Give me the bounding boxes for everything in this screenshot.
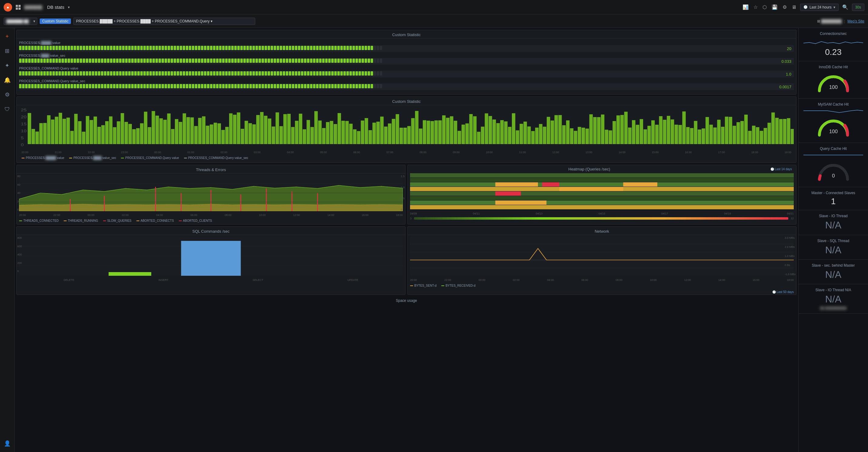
svg-rect-302 [207, 71, 210, 76]
svg-rect-609 [527, 126, 531, 144]
svg-rect-350 [352, 71, 355, 76]
svg-rect-561 [342, 121, 345, 144]
site-link[interactable]: Meo's Site [847, 19, 864, 23]
svg-rect-423 [210, 84, 213, 88]
svg-rect-458 [316, 84, 318, 88]
network-legend: BYTES_SENT-d BYTES_RECEIVED-d [408, 282, 796, 289]
sidebar-config[interactable]: ⚙ [2, 90, 12, 100]
svg-rect-1 [22, 46, 25, 50]
svg-rect-707 [410, 200, 794, 205]
svg-rect-160 [140, 59, 143, 63]
svg-rect-28 [104, 46, 106, 50]
svg-rect-578 [407, 126, 411, 144]
svg-rect-114 [365, 46, 367, 50]
svg-rect-370 [50, 84, 52, 88]
svg-rect-56 [189, 46, 191, 50]
svg-rect-149 [107, 59, 110, 63]
svg-rect-668 [756, 127, 759, 144]
svg-rect-226 [340, 59, 343, 63]
legend-bytes-sent: BYTES_SENT-d [410, 284, 436, 287]
svg-rect-237 [374, 59, 376, 63]
heatmap-last14[interactable]: 🕐 Last 14 days [769, 167, 794, 171]
svg-rect-303 [210, 71, 213, 76]
display-icon[interactable]: 🖥 [792, 4, 797, 10]
svg-rect-576 [399, 128, 403, 144]
chart-view-icon[interactable]: 📊 [743, 4, 749, 10]
svg-rect-612 [539, 124, 542, 144]
svg-rect-500 [105, 121, 108, 144]
svg-rect-623 [582, 128, 585, 144]
svg-rect-539 [256, 115, 259, 144]
svg-rect-19 [77, 46, 79, 50]
svg-rect-701 [410, 173, 794, 177]
svg-rect-639 [644, 129, 647, 144]
query-selector[interactable]: PROCESSES.█████ + PROCESSES.████ + PROCE… [73, 18, 255, 25]
svg-rect-434 [243, 84, 246, 88]
svg-rect-246 [37, 71, 40, 76]
threads-errors-panel: Threads & Errors [17, 165, 405, 225]
svg-rect-194 [243, 59, 246, 63]
svg-rect-359 [380, 71, 382, 76]
svg-text:25: 25 [21, 108, 27, 112]
sidebar-home[interactable]: + [2, 32, 12, 41]
svg-rect-324 [274, 71, 276, 76]
svg-rect-591 [458, 131, 461, 144]
legend-slow-queries: SLOW_QUERIES [103, 219, 131, 222]
panel-grid-button[interactable]: ⊞ ████████ [817, 19, 842, 23]
master-slaves-value: 1 [803, 196, 863, 206]
share-icon[interactable]: ⬡ [763, 4, 767, 10]
svg-rect-510 [144, 112, 147, 144]
svg-rect-247 [40, 71, 43, 76]
svg-rect-125 [34, 59, 37, 63]
svg-rect-533 [233, 115, 237, 144]
stat-row-1-label: PROCESSES.████ value_sec [19, 54, 794, 57]
svg-rect-215 [307, 59, 309, 63]
svg-rect-207 [283, 59, 285, 63]
nav-dropdown-icon[interactable]: ▾ [68, 5, 70, 9]
svg-rect-580 [415, 111, 418, 144]
svg-rect-705 [410, 191, 794, 196]
svg-rect-156 [128, 59, 131, 63]
save-icon[interactable]: 💾 [772, 4, 778, 10]
sidebar-explore[interactable]: ✦ [2, 61, 12, 70]
svg-rect-606 [516, 131, 519, 144]
svg-rect-504 [121, 113, 124, 144]
svg-rect-365 [34, 84, 37, 88]
svg-rect-358 [377, 71, 379, 76]
svg-rect-654 [702, 128, 705, 144]
svg-rect-115 [368, 46, 370, 50]
app-logo[interactable]: ● [4, 3, 12, 11]
svg-rect-314 [243, 71, 246, 76]
time-range-picker[interactable]: 🕐 Last 24 hours ▾ [800, 4, 839, 11]
svg-rect-94 [304, 46, 306, 50]
search-icon[interactable]: 🔍 [842, 4, 848, 10]
star-icon[interactable]: ☆ [753, 4, 758, 10]
sidebar-user[interactable]: 👤 [2, 439, 12, 448]
settings-icon[interactable]: ⚙ [782, 4, 787, 10]
nav-title: DB stats [47, 4, 65, 10]
svg-rect-360 [19, 84, 22, 88]
stat-row-2-value: 1.0 [786, 72, 791, 77]
svg-rect-301 [204, 71, 207, 76]
svg-rect-141 [83, 59, 85, 63]
sidebar-alert[interactable]: 🔔 [2, 75, 12, 85]
svg-rect-354 [365, 71, 367, 76]
svg-rect-171 [174, 59, 176, 63]
svg-rect-32 [116, 46, 119, 50]
svg-rect-265 [95, 71, 97, 76]
svg-rect-592 [462, 125, 465, 144]
svg-rect-720 [108, 272, 151, 276]
refresh-button[interactable]: 30s [852, 4, 864, 11]
sidebar-shield[interactable]: 🛡 [2, 104, 12, 114]
svg-rect-21 [83, 46, 85, 50]
svg-rect-420 [201, 84, 204, 88]
svg-rect-480 [28, 113, 31, 144]
svg-rect-567 [365, 118, 368, 144]
svg-rect-217 [313, 59, 315, 63]
instance-dropdown[interactable]: ███████ ██ ▾ [4, 18, 37, 25]
svg-rect-49 [167, 46, 170, 50]
toolbar-divider: | [844, 19, 845, 23]
apps-icon[interactable] [16, 5, 21, 10]
sidebar-search[interactable]: ⊞ [2, 46, 12, 56]
svg-rect-461 [325, 84, 328, 88]
